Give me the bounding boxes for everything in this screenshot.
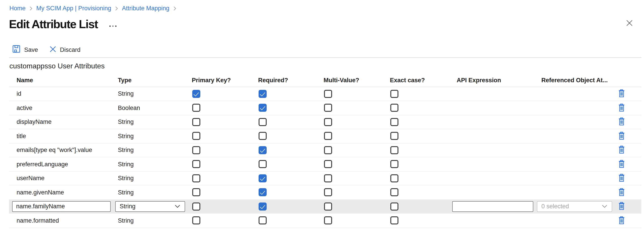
primary-key-checkbox[interactable]	[192, 90, 200, 98]
required-checkbox[interactable]	[258, 146, 267, 154]
save-label: Save	[24, 46, 38, 53]
exact-case-checkbox[interactable]	[390, 146, 398, 154]
referenced-object-select[interactable]: 0 selected	[537, 201, 612, 212]
attribute-name: name.formatted	[9, 217, 118, 224]
primary-key-checkbox[interactable]	[192, 160, 200, 168]
multi-value-checkbox[interactable]	[324, 118, 332, 126]
column-header-referenced-object: Referenced Object At...	[541, 77, 610, 84]
discard-label: Discard	[60, 46, 81, 53]
command-bar: Save Discard	[12, 45, 80, 55]
api-expression-input[interactable]	[452, 201, 533, 212]
required-checkbox[interactable]	[258, 160, 267, 168]
delete-attribute-icon[interactable]	[617, 160, 626, 169]
column-header-type: Type	[118, 77, 192, 84]
chevron-right-icon	[115, 6, 118, 11]
attribute-type: String	[118, 133, 192, 139]
primary-key-checkbox[interactable]	[192, 174, 200, 182]
delete-attribute-icon[interactable]	[617, 202, 626, 211]
exact-case-checkbox[interactable]	[390, 90, 398, 98]
exact-case-checkbox[interactable]	[390, 104, 398, 112]
chevron-down-icon	[602, 205, 607, 208]
table-row: preferredLanguageString	[9, 157, 641, 171]
required-checkbox[interactable]	[258, 132, 267, 140]
table-row-editing: String0 selected	[9, 200, 641, 214]
delete-attribute-icon[interactable]	[617, 131, 626, 141]
multi-value-checkbox[interactable]	[324, 104, 332, 112]
primary-key-checkbox[interactable]	[192, 118, 200, 126]
attributes-table: Name Type Primary Key? Required? Multi-V…	[9, 74, 641, 228]
exact-case-checkbox[interactable]	[390, 132, 398, 140]
delete-attribute-icon[interactable]	[617, 188, 626, 197]
edit-attribute-list-blade: Home My SCIM App | Provisioning Attribut…	[0, 0, 644, 232]
table-header-row: Name Type Primary Key? Required? Multi-V…	[9, 74, 641, 87]
delete-attribute-icon[interactable]	[617, 216, 626, 225]
trash-icon	[617, 89, 626, 98]
delete-attribute-icon[interactable]	[617, 145, 626, 155]
table-row: name.formattedString	[9, 214, 641, 228]
attribute-name-input[interactable]	[12, 201, 111, 212]
multi-value-checkbox[interactable]	[324, 132, 332, 140]
column-header-api-expression: API Expression	[457, 77, 541, 84]
attribute-name: displayName	[9, 119, 118, 125]
delete-attribute-icon[interactable]	[617, 103, 626, 113]
toolbar-divider	[9, 57, 641, 58]
required-checkbox[interactable]	[258, 217, 267, 225]
multi-value-checkbox[interactable]	[324, 203, 332, 211]
breadcrumb-link-app-provisioning[interactable]: My SCIM App | Provisioning	[36, 5, 111, 12]
primary-key-checkbox[interactable]	[192, 203, 200, 211]
table-row: userNameString	[9, 171, 641, 186]
exact-case-checkbox[interactable]	[390, 217, 398, 225]
required-checkbox[interactable]	[258, 118, 267, 126]
primary-key-checkbox[interactable]	[192, 146, 200, 154]
breadcrumb-link-attribute-mapping[interactable]: Attribute Mapping	[122, 5, 170, 12]
close-icon[interactable]	[625, 19, 634, 28]
chevron-right-icon	[174, 6, 176, 11]
exact-case-checkbox[interactable]	[390, 174, 398, 182]
trash-icon	[617, 188, 626, 197]
primary-key-checkbox[interactable]	[192, 104, 200, 112]
attribute-name: id	[9, 91, 118, 97]
save-button[interactable]: Save	[12, 45, 38, 54]
delete-attribute-icon[interactable]	[617, 117, 626, 127]
multi-value-checkbox[interactable]	[324, 160, 332, 168]
attribute-type: String	[118, 91, 192, 97]
attribute-name: title	[9, 133, 118, 139]
attribute-type-select[interactable]: String	[115, 201, 185, 212]
column-header-name: Name	[9, 77, 118, 84]
more-options-icon[interactable]	[108, 25, 118, 27]
required-checkbox[interactable]	[258, 104, 267, 112]
trash-icon	[617, 216, 626, 225]
multi-value-checkbox[interactable]	[324, 188, 332, 197]
delete-attribute-icon[interactable]	[617, 89, 626, 99]
breadcrumb-link-home[interactable]: Home	[10, 5, 26, 12]
multi-value-checkbox[interactable]	[324, 174, 332, 182]
chevron-down-icon	[175, 205, 180, 208]
attribute-type: String	[118, 161, 192, 168]
required-checkbox[interactable]	[258, 174, 267, 182]
required-checkbox[interactable]	[258, 188, 267, 197]
section-heading: customappsso User Attributes	[10, 62, 105, 70]
exact-case-checkbox[interactable]	[390, 188, 398, 197]
discard-button[interactable]: Discard	[50, 46, 81, 53]
delete-attribute-icon[interactable]	[617, 174, 626, 183]
column-header-multi-value: Multi-Value?	[324, 77, 390, 84]
attribute-name: active	[9, 105, 118, 111]
exact-case-checkbox[interactable]	[390, 160, 398, 168]
required-checkbox[interactable]	[258, 90, 267, 98]
table-row: displayNameString	[9, 115, 641, 129]
primary-key-checkbox[interactable]	[192, 217, 200, 225]
trash-icon	[617, 174, 626, 183]
multi-value-checkbox[interactable]	[324, 217, 332, 225]
primary-key-checkbox[interactable]	[192, 188, 200, 197]
trash-icon	[617, 103, 626, 112]
multi-value-checkbox[interactable]	[324, 146, 332, 154]
table-row: emails[type eq "work"].valueString	[9, 143, 641, 157]
multi-value-checkbox[interactable]	[324, 90, 332, 98]
required-checkbox[interactable]	[258, 203, 267, 211]
exact-case-checkbox[interactable]	[390, 203, 398, 211]
column-header-exact-case: Exact case?	[390, 77, 457, 84]
attribute-table-body: idString activeBoolean displayNameString…	[9, 87, 641, 228]
primary-key-checkbox[interactable]	[192, 132, 200, 140]
x-icon	[50, 46, 56, 53]
exact-case-checkbox[interactable]	[390, 118, 398, 126]
